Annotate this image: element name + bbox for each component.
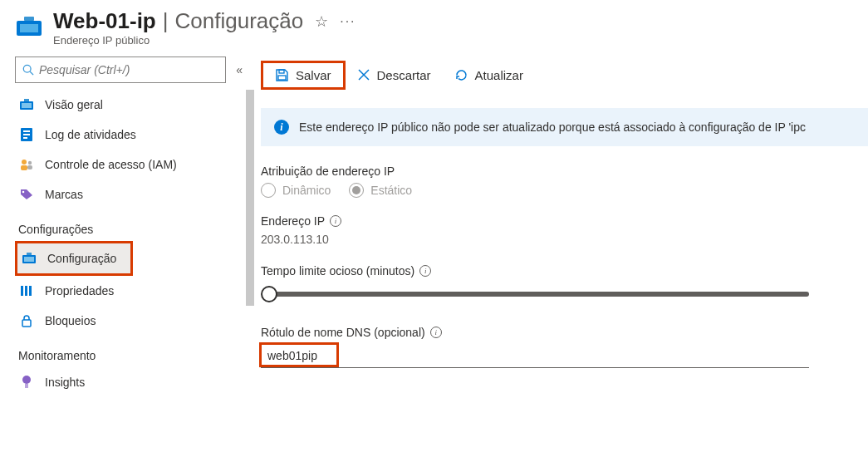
- idle-timeout-slider[interactable]: [261, 282, 809, 306]
- svg-rect-22: [29, 286, 32, 296]
- sidebar-group-settings: Configurações: [15, 209, 257, 241]
- radio-static[interactable]: Estático: [349, 183, 412, 198]
- resource-type-label: Endereço IP público: [53, 34, 356, 47]
- sidebar-item-label: Bloqueios: [45, 314, 96, 327]
- section-title: Configuração: [175, 8, 304, 34]
- sidebar-item-label: Propriedades: [45, 284, 114, 297]
- save-button[interactable]: Salvar: [263, 63, 343, 87]
- svg-rect-19: [27, 253, 32, 255]
- ip-address-label: Endereço IPi: [261, 214, 868, 228]
- svg-rect-18: [24, 257, 34, 262]
- sidebar-scrollbar[interactable]: [246, 90, 254, 306]
- sidebar: « Visão geral Log de atividades Controle…: [0, 52, 257, 452]
- sidebar-item-label: Marcas: [45, 188, 83, 201]
- discard-button[interactable]: Descartar: [346, 63, 443, 87]
- lock-icon: [18, 315, 35, 327]
- sidebar-item-label: Visão geral: [45, 98, 103, 111]
- svg-point-16: [22, 191, 25, 194]
- svg-rect-25: [25, 384, 28, 388]
- activity-log-icon: [18, 128, 35, 141]
- svg-point-24: [22, 376, 31, 384]
- properties-icon: [18, 285, 35, 297]
- sidebar-item-configuration[interactable]: Configuração: [17, 243, 130, 273]
- sidebar-item-insights[interactable]: Insights: [15, 367, 257, 397]
- slider-thumb[interactable]: [261, 286, 277, 302]
- svg-point-12: [22, 160, 27, 165]
- sidebar-item-label: Controle de acesso (IAM): [45, 158, 177, 171]
- refresh-label: Atualizar: [475, 68, 523, 82]
- svg-rect-13: [21, 165, 27, 170]
- sidebar-item-tags[interactable]: Marcas: [15, 179, 257, 209]
- sidebar-group-monitoring: Monitoramento: [15, 336, 257, 367]
- configuration-icon: [21, 253, 37, 264]
- toolbar: Salvar Descartar Atualizar: [257, 56, 868, 93]
- info-hint-icon[interactable]: i: [419, 265, 431, 277]
- public-ip-icon: [15, 12, 43, 40]
- search-input[interactable]: [39, 63, 218, 76]
- favorite-star-icon[interactable]: ☆: [315, 12, 328, 31]
- svg-rect-26: [279, 70, 284, 73]
- dns-label: Rótulo de nome DNS (opcional)i: [261, 326, 868, 339]
- sidebar-item-overview[interactable]: Visão geral: [15, 90, 257, 120]
- refresh-icon: [454, 68, 468, 82]
- more-actions-icon[interactable]: ···: [340, 14, 356, 29]
- sidebar-item-label: Configuração: [47, 252, 116, 265]
- search-icon: [22, 64, 34, 76]
- svg-rect-1: [20, 24, 38, 32]
- sidebar-search[interactable]: [15, 56, 226, 83]
- svg-line-4: [30, 71, 33, 75]
- svg-rect-20: [21, 286, 23, 296]
- svg-rect-2: [24, 17, 34, 21]
- title-separator: |: [163, 8, 169, 34]
- svg-rect-15: [27, 165, 32, 170]
- svg-rect-7: [24, 99, 29, 101]
- info-banner: i Este endereço IP público não pode ser …: [261, 108, 868, 146]
- save-icon: [275, 68, 289, 82]
- resource-title: Web-01-ip: [53, 8, 156, 34]
- collapse-sidebar-icon[interactable]: «: [236, 63, 243, 76]
- iam-icon: [18, 159, 35, 170]
- overview-icon: [18, 99, 35, 111]
- main-panel: Salvar Descartar Atualizar i Este endere…: [257, 52, 868, 452]
- banner-text: Este endereço IP público não pode ser at…: [299, 120, 806, 134]
- insights-icon: [18, 376, 35, 389]
- svg-rect-27: [278, 76, 286, 80]
- svg-rect-11: [23, 137, 27, 139]
- idle-timeout-label: Tempo limite ocioso (minutos)i: [261, 264, 868, 278]
- sidebar-item-properties[interactable]: Propriedades: [15, 276, 257, 306]
- svg-point-14: [28, 161, 32, 165]
- svg-rect-9: [23, 130, 30, 132]
- discard-icon: [357, 68, 370, 81]
- svg-rect-23: [22, 320, 31, 327]
- page-header: Web-01-ip | Configuração ☆ ··· Endereço …: [0, 0, 868, 52]
- info-icon: i: [274, 120, 289, 135]
- discard-label: Descartar: [377, 68, 431, 82]
- sidebar-item-locks[interactable]: Bloqueios: [15, 306, 257, 336]
- svg-rect-6: [22, 103, 32, 108]
- radio-label: Estático: [370, 184, 412, 197]
- svg-point-3: [23, 65, 31, 72]
- svg-rect-21: [25, 286, 27, 296]
- ip-assignment-radiogroup: Dinâmico Estático: [261, 183, 868, 198]
- info-hint-icon[interactable]: i: [330, 215, 341, 227]
- refresh-button[interactable]: Atualizar: [443, 63, 535, 87]
- sidebar-item-label: Log de atividades: [45, 128, 136, 141]
- sidebar-item-label: Insights: [45, 376, 85, 389]
- ip-assignment-label: Atribuição de endereço IP: [261, 165, 868, 178]
- radio-label: Dinâmico: [282, 184, 331, 197]
- sidebar-item-activity-log[interactable]: Log de atividades: [15, 120, 257, 150]
- sidebar-item-iam[interactable]: Controle de acesso (IAM): [15, 150, 257, 179]
- info-hint-icon[interactable]: i: [430, 327, 442, 338]
- radio-dynamic[interactable]: Dinâmico: [261, 183, 331, 198]
- tag-icon: [18, 189, 35, 200]
- ip-address-value: 203.0.113.10: [261, 233, 868, 246]
- dns-name-input[interactable]: [261, 344, 809, 368]
- svg-rect-10: [23, 134, 30, 135]
- save-label: Salvar: [296, 68, 331, 82]
